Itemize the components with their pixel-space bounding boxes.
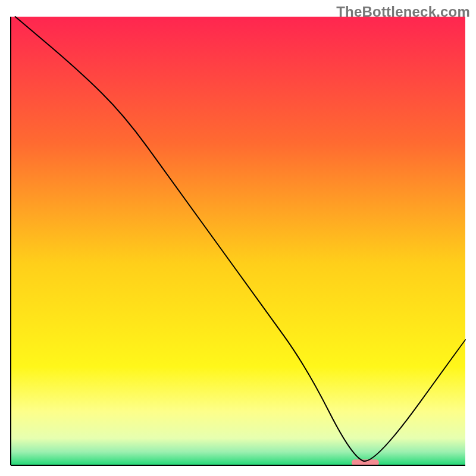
watermark-text: TheBottleneck.com bbox=[336, 4, 470, 20]
chart-container: TheBottleneck.com bbox=[0, 0, 476, 476]
bottleneck-chart bbox=[0, 0, 476, 476]
plot-background bbox=[11, 17, 465, 465]
